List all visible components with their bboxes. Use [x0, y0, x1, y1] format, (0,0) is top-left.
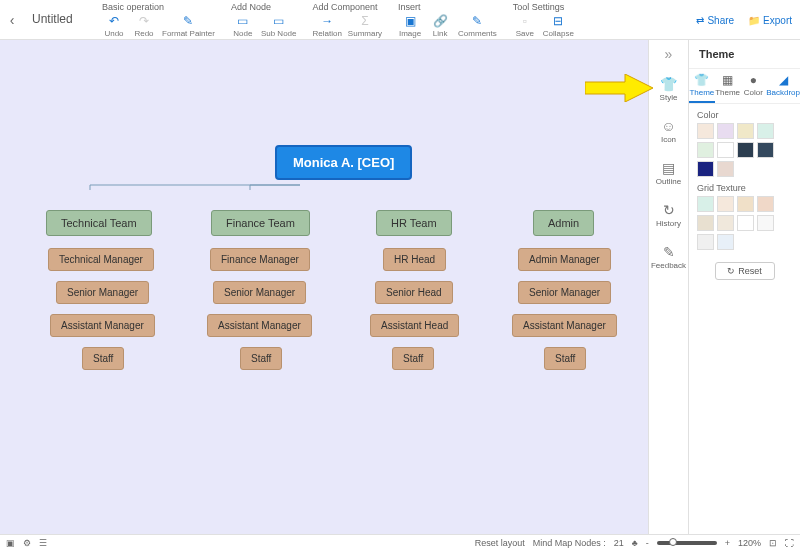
branch-node[interactable]: Finance Team — [211, 210, 310, 236]
comments-button[interactable]: ✎Comments — [458, 14, 497, 38]
collapse-panel-button[interactable]: » — [649, 40, 688, 68]
reset-layout-button[interactable]: Reset layout — [475, 538, 525, 548]
panel-tab-theme[interactable]: 👕Theme — [689, 69, 715, 103]
child-node[interactable]: Technical Manager — [48, 248, 154, 271]
status-bar: ▣ ⚙ ☰ Reset layout Mind Map Nodes : 21 ♣… — [0, 534, 800, 551]
child-node[interactable]: Assistant Manager — [207, 314, 312, 337]
layers-icon[interactable]: ▣ — [6, 538, 15, 548]
history-tab[interactable]: ↻History — [649, 194, 688, 236]
brush-icon: ✎ — [180, 14, 196, 28]
face-icon: ☺ — [661, 118, 675, 134]
undo-button[interactable]: ↶Undo — [102, 14, 126, 38]
grid-swatch[interactable] — [697, 215, 714, 231]
child-node[interactable]: Staff — [544, 347, 586, 370]
refresh-icon: ↻ — [727, 266, 735, 276]
relation-button[interactable]: →Relation — [313, 14, 342, 38]
grid-swatches — [689, 196, 800, 250]
color-swatch[interactable] — [757, 123, 774, 139]
nodes-label: Mind Map Nodes : — [533, 538, 606, 548]
color-swatch[interactable] — [697, 161, 714, 177]
color-swatch[interactable] — [737, 142, 754, 158]
collapse-button[interactable]: ⊟Collapse — [543, 14, 574, 38]
child-node[interactable]: Admin Manager — [518, 248, 611, 271]
zoom-out-button[interactable]: - — [646, 538, 649, 548]
root-node[interactable]: Monica A. [CEO] — [275, 145, 412, 180]
panel-tab-color[interactable]: ●Color — [740, 69, 766, 103]
zoom-in-button[interactable]: + — [725, 538, 730, 548]
child-node[interactable]: Staff — [240, 347, 282, 370]
child-node[interactable]: Senior Manager — [213, 281, 306, 304]
redo-button[interactable]: ↷Redo — [132, 14, 156, 38]
connector-lines — [0, 40, 300, 190]
child-node[interactable]: Senior Manager — [518, 281, 611, 304]
child-node[interactable]: Assistant Head — [370, 314, 459, 337]
list-icon: ▤ — [662, 160, 675, 176]
color-swatch[interactable] — [717, 161, 734, 177]
panel-tab-backdrop[interactable]: ◢Backdrop — [766, 69, 800, 103]
feedback-tab[interactable]: ✎Feedback — [649, 236, 688, 278]
grid-swatch[interactable] — [737, 215, 754, 231]
child-node[interactable]: Senior Head — [375, 281, 453, 304]
color-swatch[interactable] — [717, 142, 734, 158]
shirt-icon: 👕 — [694, 73, 709, 87]
format-painter-button[interactable]: ✎Format Painter — [162, 14, 215, 38]
group-label: Add Component — [313, 2, 383, 12]
export-button[interactable]: 📁Export — [748, 15, 792, 26]
svg-marker-0 — [585, 74, 653, 102]
child-node[interactable]: HR Head — [383, 248, 446, 271]
branch-node[interactable]: HR Team — [376, 210, 452, 236]
grid-swatch[interactable] — [757, 215, 774, 231]
fit-icon[interactable]: ⊡ — [769, 538, 777, 548]
nodes-count: 21 — [614, 538, 624, 548]
grid-swatch[interactable] — [737, 196, 754, 212]
grid-section-label: Grid Texture — [689, 177, 800, 196]
save-button[interactable]: ▫Save — [513, 14, 537, 38]
share-button[interactable]: ⇄Share — [696, 15, 734, 26]
branch-node[interactable]: Technical Team — [46, 210, 152, 236]
node-icon: ▭ — [235, 14, 251, 28]
color-swatch[interactable] — [757, 142, 774, 158]
child-node[interactable]: Assistant Manager — [512, 314, 617, 337]
child-node[interactable]: Staff — [392, 347, 434, 370]
back-button[interactable]: ‹ — [0, 0, 24, 40]
grid-swatch[interactable] — [757, 196, 774, 212]
color-swatch[interactable] — [717, 123, 734, 139]
node-button[interactable]: ▭Node — [231, 14, 255, 38]
outline-tab[interactable]: ▤Outline — [649, 152, 688, 194]
view-icon[interactable]: ☰ — [39, 538, 47, 548]
color-swatch[interactable] — [697, 123, 714, 139]
grid-swatch[interactable] — [697, 196, 714, 212]
grid-swatch[interactable] — [697, 234, 714, 250]
child-node[interactable]: Finance Manager — [210, 248, 310, 271]
panel-tab-theme2[interactable]: ▦Theme — [715, 69, 741, 103]
sub-node-button[interactable]: ▭Sub Node — [261, 14, 297, 38]
branch-node[interactable]: Admin — [533, 210, 594, 236]
color-swatch[interactable] — [737, 123, 754, 139]
user-icon[interactable]: ⚙ — [23, 538, 31, 548]
image-button[interactable]: ▣Image — [398, 14, 422, 38]
color-swatch[interactable] — [697, 142, 714, 158]
share-icon: ⇄ — [696, 15, 704, 26]
grid-swatch[interactable] — [717, 196, 734, 212]
grid-swatch[interactable] — [717, 234, 734, 250]
image-icon: ▣ — [402, 14, 418, 28]
reset-button[interactable]: ↻Reset — [715, 262, 775, 280]
child-node[interactable]: Staff — [82, 347, 124, 370]
grid-icon: ▦ — [722, 73, 733, 87]
grid-swatch[interactable] — [717, 215, 734, 231]
child-node[interactable]: Senior Manager — [56, 281, 149, 304]
child-node[interactable]: Assistant Manager — [50, 314, 155, 337]
group-label: Tool Settings — [513, 2, 574, 12]
link-button[interactable]: 🔗Link — [428, 14, 452, 38]
comment-icon: ✎ — [469, 14, 485, 28]
save-icon: ▫ — [517, 14, 533, 28]
icon-tab[interactable]: ☺Icon — [649, 110, 688, 152]
undo-icon: ↶ — [106, 14, 122, 28]
fullscreen-icon[interactable]: ⛶ — [785, 538, 794, 548]
summary-button[interactable]: ΣSummary — [348, 14, 382, 38]
zoom-slider[interactable] — [657, 541, 717, 545]
document-title[interactable]: Untitled — [24, 0, 94, 26]
drop-icon: ● — [750, 73, 757, 87]
tree-icon[interactable]: ♣ — [632, 538, 638, 548]
zoom-handle[interactable] — [669, 538, 677, 546]
